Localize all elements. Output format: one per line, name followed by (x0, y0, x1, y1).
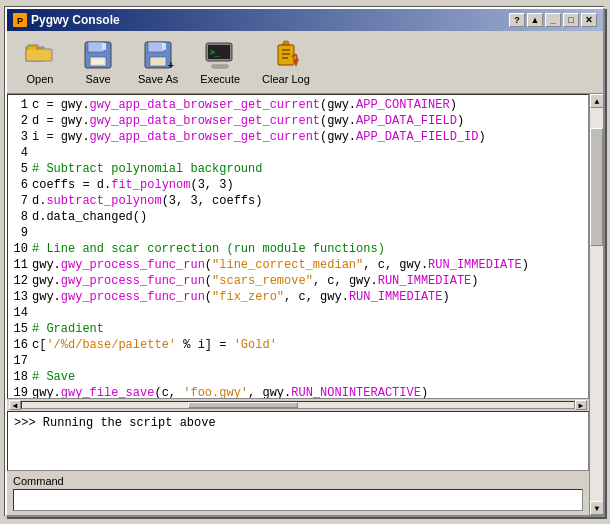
open-icon (24, 39, 56, 71)
code-line: 1c = gwy.gwy_app_data_browser_get_curren… (12, 97, 584, 113)
close-button[interactable]: ✕ (581, 13, 597, 27)
line-number: 11 (12, 257, 32, 273)
code-line: 11gwy.gwy_process_func_run("line_correct… (12, 257, 584, 273)
output-text: >>> Running the script above (14, 416, 216, 430)
execute-label: Execute (200, 73, 240, 85)
line-content (32, 353, 584, 369)
svg-text:P: P (17, 16, 23, 26)
code-line: 5# Subtract polynomial background (12, 161, 584, 177)
command-area: Command (7, 471, 589, 515)
line-number: 18 (12, 369, 32, 385)
code-line: 9 (12, 225, 584, 241)
vertical-thumb[interactable] (590, 128, 603, 246)
command-input[interactable] (13, 489, 583, 511)
code-line: 17 (12, 353, 584, 369)
code-editor[interactable]: 1c = gwy.gwy_app_data_browser_get_curren… (7, 94, 589, 399)
line-content: # Save (32, 369, 584, 385)
line-number: 13 (12, 289, 32, 305)
svg-rect-19 (212, 65, 228, 68)
line-number: 8 (12, 209, 32, 225)
toolbar: Open Save + Save As (7, 31, 603, 94)
line-content: # Gradient (32, 321, 584, 337)
line-content: i = gwy.gwy_app_data_browser_get_current… (32, 129, 584, 145)
clear-log-icon (270, 39, 302, 71)
line-number: 5 (12, 161, 32, 177)
horizontal-scrollbar[interactable]: ◀ ▶ (7, 399, 589, 411)
vertical-scrollbar: ▲ ▼ (589, 94, 603, 515)
code-line: 3i = gwy.gwy_app_data_browser_get_curren… (12, 129, 584, 145)
horizontal-thumb[interactable] (188, 402, 298, 408)
line-number: 17 (12, 353, 32, 369)
code-line: 16c['/%d/base/palette' % i] = 'Gold' (12, 337, 584, 353)
maximize-button[interactable]: □ (563, 13, 579, 27)
scroll-up-button[interactable]: ▲ (590, 94, 603, 108)
line-content: gwy.gwy_file_save(c, 'foo.gwy', gwy.RUN_… (32, 385, 584, 399)
code-line: 8d.data_changed() (12, 209, 584, 225)
line-number: 12 (12, 273, 32, 289)
scroll-left-button[interactable]: ◀ (9, 400, 21, 410)
line-content: d = gwy.gwy_app_data_browser_get_current… (32, 113, 584, 129)
svg-rect-14 (162, 43, 166, 50)
title-bar-left: P Pygwy Console (13, 13, 120, 27)
svg-rect-13 (150, 57, 166, 66)
line-content: gwy.gwy_process_func_run("line_correct_m… (32, 257, 584, 273)
scroll-right-button[interactable]: ▶ (575, 400, 587, 410)
line-content: gwy.gwy_process_func_run("fix_zero", c, … (32, 289, 584, 305)
svg-text:+: + (168, 60, 174, 71)
code-line: 4 (12, 145, 584, 161)
line-number: 9 (12, 225, 32, 241)
line-content: d.data_changed() (32, 209, 584, 225)
line-number: 2 (12, 113, 32, 129)
main-area: 1c = gwy.gwy_app_data_browser_get_curren… (7, 94, 603, 515)
line-content: # Subtract polynomial background (32, 161, 584, 177)
code-line: 2d = gwy.gwy_app_data_browser_get_curren… (12, 113, 584, 129)
line-number: 7 (12, 193, 32, 209)
svg-rect-5 (28, 47, 36, 50)
code-line: 15# Gradient (12, 321, 584, 337)
line-number: 1 (12, 97, 32, 113)
line-number: 4 (12, 145, 32, 161)
code-line: 7d.subtract_polynom(3, 3, coeffs) (12, 193, 584, 209)
svg-rect-12 (148, 42, 164, 52)
line-content: c = gwy.gwy_app_data_browser_get_current… (32, 97, 584, 113)
line-number: 10 (12, 241, 32, 257)
minimize-button[interactable]: _ (545, 13, 561, 27)
help-button[interactable]: ? (509, 13, 525, 27)
app-icon: P (13, 13, 27, 27)
save-as-button[interactable]: + Save As (131, 35, 185, 89)
line-content (32, 305, 584, 321)
execute-button[interactable]: >_ Execute (193, 35, 247, 89)
line-content (32, 145, 584, 161)
save-icon (82, 39, 114, 71)
open-button[interactable]: Open (15, 35, 65, 89)
code-line: 18# Save (12, 369, 584, 385)
code-line: 19gwy.gwy_file_save(c, 'foo.gwy', gwy.RU… (12, 385, 584, 399)
line-number: 19 (12, 385, 32, 399)
up-button[interactable]: ▲ (527, 13, 543, 27)
svg-marker-20 (282, 41, 290, 45)
line-number: 6 (12, 177, 32, 193)
scroll-down-button[interactable]: ▼ (590, 501, 603, 515)
clear-log-button[interactable]: Clear Log (255, 35, 317, 89)
save-button[interactable]: Save (73, 35, 123, 89)
line-number: 15 (12, 321, 32, 337)
line-content: gwy.gwy_process_func_run("scars_remove",… (32, 273, 584, 289)
execute-icon: >_ (204, 39, 236, 71)
open-label: Open (27, 73, 54, 85)
svg-rect-9 (102, 43, 106, 50)
code-line: 14 (12, 305, 584, 321)
vertical-track (590, 108, 603, 501)
line-number: 14 (12, 305, 32, 321)
svg-rect-7 (88, 42, 104, 52)
save-as-icon: + (142, 39, 174, 71)
code-line: 12gwy.gwy_process_func_run("scars_remove… (12, 273, 584, 289)
clear-log-label: Clear Log (262, 73, 310, 85)
line-number: 3 (12, 129, 32, 145)
save-label: Save (85, 73, 110, 85)
command-label: Command (13, 475, 583, 487)
code-line: 13gwy.gwy_process_func_run("fix_zero", c… (12, 289, 584, 305)
code-line: 10# Line and scar correction (run module… (12, 241, 584, 257)
title-bar: P Pygwy Console ? ▲ _ □ ✕ (7, 9, 603, 31)
horizontal-track (21, 401, 575, 409)
window-controls: ? ▲ _ □ ✕ (509, 13, 597, 27)
